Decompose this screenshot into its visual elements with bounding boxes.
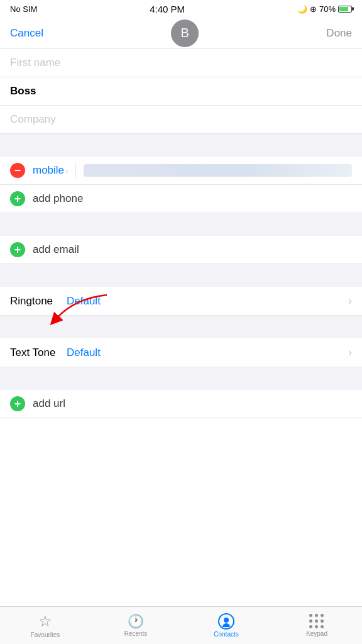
add-phone-row[interactable]: + add phone [0,185,362,213]
star-icon: ☆ [38,613,52,630]
tab-recents[interactable]: 🕐 Recents [90,614,181,637]
carrier-label: No SIM [10,4,37,14]
text-tone-chevron-icon: › [348,346,352,359]
tab-contacts-label: Contacts [214,631,238,638]
first-name-placeholder: First name [10,57,60,69]
company-placeholder: Company [10,113,56,126]
company-field[interactable]: Company [0,106,362,134]
add-url-label: add url [33,397,65,410]
tab-keypad[interactable]: Keypad [272,614,362,637]
text-tone-row[interactable]: Text Tone Default › [0,338,362,367]
tab-recents-label: Recents [124,630,148,637]
add-phone-label: add phone [33,192,83,205]
text-tone-section: Text Tone Default › [0,338,362,367]
section-gap-3 [0,264,362,287]
phone-label-link[interactable]: mobile › [33,164,68,177]
ringtone-row[interactable]: Ringtone Default › [0,287,362,316]
tab-contacts[interactable]: Contacts [181,613,272,638]
email-section: + add email [0,236,362,264]
battery-percent: 70% [319,4,336,14]
nav-bar: Cancel B Done [0,18,362,49]
tab-bar: ☆ Favourites 🕐 Recents Contacts Keypad [0,606,362,644]
last-name-value: Boss [10,85,36,97]
tab-favourites[interactable]: ☆ Favourites [0,613,90,638]
add-email-label: add email [33,243,79,256]
ringtone-label: Ringtone [10,295,67,308]
plus-icon-email: + [14,244,21,255]
text-tone-value: Default [67,347,348,359]
cancel-button[interactable]: Cancel [10,27,43,40]
url-section: + add url [0,390,362,418]
done-button[interactable]: Done [326,27,352,40]
tab-keypad-label: Keypad [306,630,327,637]
last-name-field[interactable]: Boss [0,77,362,106]
chevron-right-small-icon: › [65,166,68,175]
tab-favourites-label: Favourites [31,631,60,638]
add-url-row[interactable]: + add url [0,390,362,418]
mobile-phone-row[interactable]: − mobile › [0,157,362,185]
section-gap-5 [0,367,362,390]
status-bar: No SIM 4:40 PM 🌙 ⊕ 70% [0,0,362,18]
phone-section: − mobile › + add phone [0,157,362,213]
moon-icon: 🌙 [297,4,307,14]
person-icon [222,618,230,625]
ringtone-value: Default [67,295,348,308]
plus-icon: + [14,193,21,204]
add-phone-button[interactable]: + [10,191,25,206]
clock-icon: 🕐 [128,614,144,629]
add-url-button[interactable]: + [10,396,25,411]
name-section: First name Boss Company [0,49,362,134]
battery-icon [338,6,352,13]
phone-divider [75,163,76,178]
text-tone-label: Text Tone [10,347,67,359]
remove-phone-button[interactable]: − [10,163,25,178]
avatar: B [171,19,199,47]
section-gap-4 [0,316,362,338]
ringtone-chevron-icon: › [348,294,352,308]
contacts-icon [218,613,234,630]
network-icon: ⊕ [310,4,317,14]
ringtone-section: Ringtone Default › [0,287,362,316]
phone-number-blurred[interactable] [84,164,352,177]
status-right-icons: 🌙 ⊕ 70% [297,4,352,14]
keypad-icon [309,614,324,629]
first-name-field[interactable]: First name [0,49,362,77]
section-gap-1 [0,134,362,157]
plus-icon-url: + [14,398,21,409]
section-gap-2 [0,213,362,236]
time-label: 4:40 PM [150,4,185,14]
add-email-button[interactable]: + [10,242,25,257]
add-email-row[interactable]: + add email [0,236,362,264]
minus-icon: − [14,165,21,176]
